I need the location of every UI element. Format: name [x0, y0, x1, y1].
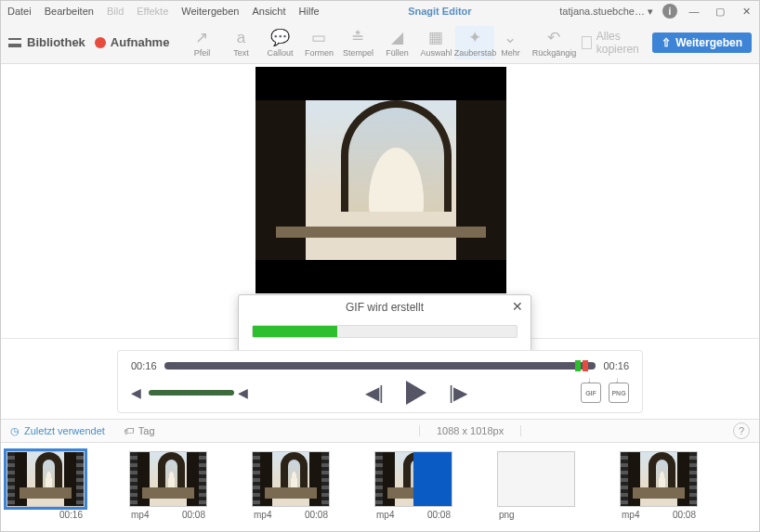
video-still — [256, 100, 506, 260]
volume-control[interactable]: ◀ ◀ — [131, 385, 252, 400]
close-button[interactable]: ✕ — [733, 1, 759, 21]
fill-icon: ◢ — [391, 28, 403, 48]
tool-auswahl[interactable]: ▦Auswahl — [416, 26, 455, 59]
thumbnail[interactable]: mp400:08 — [252, 451, 330, 520]
share-button[interactable]: ⇧ Weitergeben — [652, 32, 752, 53]
export-png-button[interactable]: PNG — [609, 383, 629, 403]
thumbnail-label: 00:16 — [7, 510, 85, 520]
tool-label: Callout — [267, 48, 293, 58]
tool-label: Mehr — [501, 48, 520, 58]
tool-label: Stempel — [343, 48, 373, 58]
volume-handle-icon: ◀ — [238, 385, 248, 400]
tool-formen[interactable]: ▭Formen — [299, 26, 338, 59]
menu-datei[interactable]: Datei — [1, 4, 38, 19]
export-gif-button[interactable]: GIF — [581, 383, 601, 403]
canvas-area: GIF wird erstellt ✕ Abbrechen — [1, 64, 759, 339]
copy-all-button[interactable]: Alles kopieren — [582, 30, 645, 56]
timeline-scrubber[interactable] — [164, 362, 596, 370]
undo-icon: ↶ — [547, 28, 560, 48]
tag-filter[interactable]: 🏷 Tag — [124, 425, 155, 436]
timeline-marker-out[interactable] — [583, 360, 588, 371]
thumbnail[interactable]: png — [497, 451, 575, 520]
dialog-title: GIF wird erstellt ✕ — [239, 295, 531, 319]
record-button[interactable]: Aufnahme — [95, 35, 170, 49]
text-icon: a — [237, 28, 245, 48]
timeline-marker-in[interactable] — [575, 360, 581, 371]
stamp-icon: ≛ — [351, 28, 364, 48]
thumbnail-label: mp400:08 — [374, 510, 452, 520]
record-label: Aufnahme — [111, 35, 170, 49]
tool-text[interactable]: aText — [221, 26, 260, 59]
thumbnail-label: mp400:08 — [129, 510, 207, 520]
thumbnail-label: png — [497, 510, 575, 520]
thumbnail-image[interactable] — [7, 451, 85, 507]
dialog-close-button[interactable]: ✕ — [512, 299, 523, 314]
tool-stempel[interactable]: ≛Stempel — [338, 26, 377, 59]
video-preview[interactable] — [256, 67, 506, 293]
record-icon — [95, 37, 106, 48]
chevron-down-icon: ⌄ — [504, 28, 517, 48]
menu-hilfe[interactable]: Hilfe — [293, 4, 326, 19]
burger-icon — [8, 38, 21, 47]
tool-label: Pfeil — [194, 48, 211, 58]
main-toolbar: Bibliothek Aufnahme ↗Pfeil aText 💬Callou… — [1, 21, 759, 64]
thumbnail-label: mp400:08 — [620, 510, 698, 520]
volume-bar[interactable] — [149, 390, 234, 396]
next-frame-button[interactable]: |▶ — [449, 382, 467, 404]
thumbnail[interactable]: mp400:08 — [374, 451, 452, 520]
copy-all-label: Alles kopieren — [596, 30, 645, 56]
library-label: Bibliothek — [27, 35, 85, 49]
help-button[interactable]: ? — [733, 422, 750, 439]
user-dropdown[interactable]: tatjana.stuebche… ▾ — [554, 6, 659, 18]
thumbnail[interactable]: mp400:08 — [620, 451, 698, 520]
time-current: 00:16 — [131, 360, 157, 371]
menu-ansicht[interactable]: Ansicht — [245, 4, 292, 19]
wand-icon: ✦ — [468, 28, 481, 48]
thumbnail-image[interactable] — [129, 451, 207, 507]
tool-label: Zauberstab — [454, 48, 497, 58]
thumbnail-image[interactable] — [374, 451, 452, 507]
arrow-icon: ↗ — [195, 28, 208, 48]
tool-label: Formen — [305, 48, 334, 58]
recent-filter[interactable]: ◷ Zuletzt verwendet — [10, 425, 105, 437]
minimize-button[interactable]: — — [681, 1, 707, 21]
thumbnail[interactable]: 00:16 — [7, 451, 85, 520]
thumbnail-label: mp400:08 — [252, 510, 330, 520]
thumbnail-image[interactable] — [620, 451, 698, 507]
tool-callout[interactable]: 💬Callout — [260, 26, 299, 59]
tool-zauberstab[interactable]: ✦Zauberstab — [455, 26, 494, 59]
tool-pfeil[interactable]: ↗Pfeil — [182, 26, 221, 59]
menu-bearbeiten[interactable]: Bearbeiten — [38, 4, 100, 19]
tag-label: Tag — [138, 425, 155, 436]
copy-icon — [582, 36, 591, 49]
menu-effekte: Effekte — [130, 4, 175, 19]
speaker-icon: ◀ — [131, 385, 141, 400]
prev-frame-button[interactable]: ◀| — [365, 382, 384, 404]
thumbnail-image[interactable] — [497, 451, 575, 507]
callout-icon: 💬 — [270, 28, 290, 48]
menu-bild: Bild — [100, 4, 130, 19]
titlebar: Datei Bearbeiten Bild Effekte Weitergebe… — [1, 1, 759, 21]
tool-label: Füllen — [386, 48, 409, 58]
shapes-icon: ▭ — [311, 28, 326, 48]
player-panel: 00:16 00:16 ◀ ◀ ◀| |▶ GIF PNG — [117, 350, 643, 413]
info-icon[interactable]: i — [662, 4, 677, 19]
maximize-button[interactable]: ▢ — [707, 1, 733, 21]
menu-weitergeben[interactable]: Weitergeben — [175, 4, 245, 19]
library-button[interactable]: Bibliothek — [8, 35, 85, 49]
transport-controls: ◀| |▶ — [252, 381, 581, 405]
tool-fuellen[interactable]: ◢Füllen — [377, 26, 416, 59]
dimensions-readout: 1088 x 1018px — [419, 425, 521, 436]
app-title: Snagit Editor — [326, 6, 555, 17]
play-button[interactable] — [406, 381, 426, 405]
thumbnail[interactable]: mp400:08 — [129, 451, 207, 520]
thumbnail-image[interactable] — [252, 451, 330, 507]
dialog-title-text: GIF wird erstellt — [346, 301, 424, 314]
tag-icon: 🏷 — [124, 425, 134, 436]
clock-icon: ◷ — [10, 425, 20, 437]
share-label: Weitergeben — [675, 36, 742, 49]
tool-more[interactable]: ⌄Mehr — [494, 26, 526, 59]
thumbnail-strip: 00:16mp400:08mp400:08mp400:08pngmp400:08 — [1, 443, 759, 528]
tool-label: Rückgängig — [532, 48, 577, 58]
undo-button[interactable]: ↶Rückgängig — [526, 26, 582, 59]
